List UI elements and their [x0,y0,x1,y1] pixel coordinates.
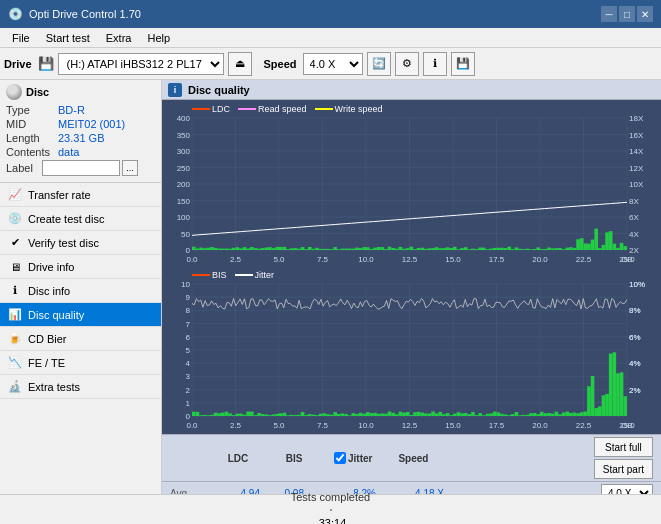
menu-start-test[interactable]: Start test [38,30,98,46]
drive-label: Drive [4,58,32,70]
disc-mid-value: MEIT02 (001) [58,118,125,130]
legend-bis: BIS [192,270,227,280]
legend-write-speed: Write speed [315,104,383,114]
verify-disc-icon: ✔ [8,236,22,250]
menu-extra[interactable]: Extra [98,30,140,46]
dq-title: Disc quality [188,84,250,96]
ldc-canvas [164,102,659,266]
chart-area: LDC Read speed Write speed [162,100,661,434]
disc-quality-header: i Disc quality [162,80,661,100]
nav-transfer-rate-label: Transfer rate [28,189,91,201]
minimize-button[interactable]: ─ [601,6,617,22]
config-button[interactable]: ⚙ [395,52,419,76]
titlebar-left: 💿 Opti Drive Control 1.70 [8,7,141,21]
start-part-button[interactable]: Start part [594,459,653,479]
disc-mid-row: MID MEIT02 (001) [6,118,155,130]
nav-items: 📈 Transfer rate 💿 Create test disc ✔ Ver… [0,183,161,399]
main-layout: Disc Type BD-R MID MEIT02 (001) Length 2… [0,80,661,524]
nav-verify-test-disc[interactable]: ✔ Verify test disc [0,231,161,255]
ldc-chart: LDC Read speed Write speed [164,102,659,266]
nav-disc-info[interactable]: ℹ Disc info [0,279,161,303]
drive-icon: 💾 [38,56,54,71]
disc-length-label: Length [6,132,58,144]
status-time: 33:14 [319,517,347,525]
nav-disc-info-label: Disc info [28,285,70,297]
app-icon: 💿 [8,7,23,21]
sidebar: Disc Type BD-R MID MEIT02 (001) Length 2… [0,80,162,524]
legend-read-speed: Read speed [238,104,307,114]
close-button[interactable]: ✕ [637,6,653,22]
disc-label-row: Label ... [6,160,155,176]
eject-button[interactable]: ⏏ [228,52,252,76]
disc-header: Disc [6,84,155,100]
refresh-button[interactable]: 🔄 [367,52,391,76]
disc-mid-label: MID [6,118,58,130]
disc-label-label: Label [6,162,42,174]
disc-panel: Disc Type BD-R MID MEIT02 (001) Length 2… [0,80,161,183]
disc-type-row: Type BD-R [6,104,155,116]
drive-info-icon: 🖥 [8,260,22,274]
progress-bar-container: 100.0% [330,509,332,511]
drive-select[interactable]: (H:) ATAPI iHBS312 2 PL17 [58,53,224,75]
bis-col-header: BIS [286,453,303,464]
nav-verify-test-disc-label: Verify test disc [28,237,99,249]
chart1-legend: LDC Read speed Write speed [192,104,382,114]
nav-disc-quality-label: Disc quality [28,309,84,321]
disc-contents-label: Contents [6,146,58,158]
legend-ldc: LDC [192,104,230,114]
disc-length-row: Length 23.31 GB [6,132,155,144]
nav-extra-tests-label: Extra tests [28,381,80,393]
bis-canvas [164,268,659,432]
nav-cd-bier[interactable]: 🍺 CD Bier [0,327,161,351]
nav-disc-quality[interactable]: 📊 Disc quality [0,303,161,327]
dq-icon: i [168,83,182,97]
disc-label-input[interactable] [42,160,120,176]
save-button[interactable]: 💾 [451,52,475,76]
disc-quality-icon: 📊 [8,308,22,322]
nav-extra-tests[interactable]: 🔬 Extra tests [0,375,161,399]
menubar: File Start test Extra Help [0,28,661,48]
speed-select[interactable]: 4.0 X [303,53,363,75]
disc-type-label: Type [6,104,58,116]
statusbar: Tests completed 100.0% 33:14 [0,494,661,524]
cd-bier-icon: 🍺 [8,332,22,346]
speed-col-header: Speed [398,453,428,464]
info-button[interactable]: ℹ [423,52,447,76]
titlebar: 💿 Opti Drive Control 1.70 ─ □ ✕ [0,0,661,28]
legend-jitter: Jitter [235,270,275,280]
toolbar: Drive 💾 (H:) ATAPI iHBS312 2 PL17 ⏏ Spee… [0,48,661,80]
fe-te-icon: 📉 [8,356,22,370]
nav-transfer-rate[interactable]: 📈 Transfer rate [0,183,161,207]
bis-chart: BIS Jitter [164,268,659,432]
menu-help[interactable]: Help [139,30,178,46]
disc-contents-value: data [58,146,79,158]
speed-label: Speed [264,58,297,70]
jitter-col-header: Jitter [348,453,372,464]
create-disc-icon: 💿 [8,212,22,226]
status-text: Tests completed [291,491,370,503]
transfer-rate-icon: 📈 [8,188,22,202]
nav-create-test-disc[interactable]: 💿 Create test disc [0,207,161,231]
disc-icon [6,84,22,100]
nav-fe-te[interactable]: 📉 FE / TE [0,351,161,375]
app-title: Opti Drive Control 1.70 [29,8,141,20]
disc-contents-row: Contents data [6,146,155,158]
disc-label-btn[interactable]: ... [122,160,138,176]
disc-section-title: Disc [26,86,49,98]
maximize-button[interactable]: □ [619,6,635,22]
nav-drive-info[interactable]: 🖥 Drive info [0,255,161,279]
disc-info-icon: ℹ [8,284,22,298]
nav-drive-info-label: Drive info [28,261,74,273]
nav-cd-bier-label: CD Bier [28,333,67,345]
start-full-button[interactable]: Start full [594,437,653,457]
content-area: i Disc quality LDC Read speed [162,80,661,524]
extra-tests-icon: 🔬 [8,380,22,394]
disc-length-value: 23.31 GB [58,132,104,144]
chart2-legend: BIS Jitter [192,270,274,280]
ldc-col-header: LDC [228,453,249,464]
menu-file[interactable]: File [4,30,38,46]
titlebar-controls: ─ □ ✕ [601,6,653,22]
nav-create-test-disc-label: Create test disc [28,213,104,225]
nav-fe-te-label: FE / TE [28,357,65,369]
jitter-checkbox[interactable] [334,452,346,464]
